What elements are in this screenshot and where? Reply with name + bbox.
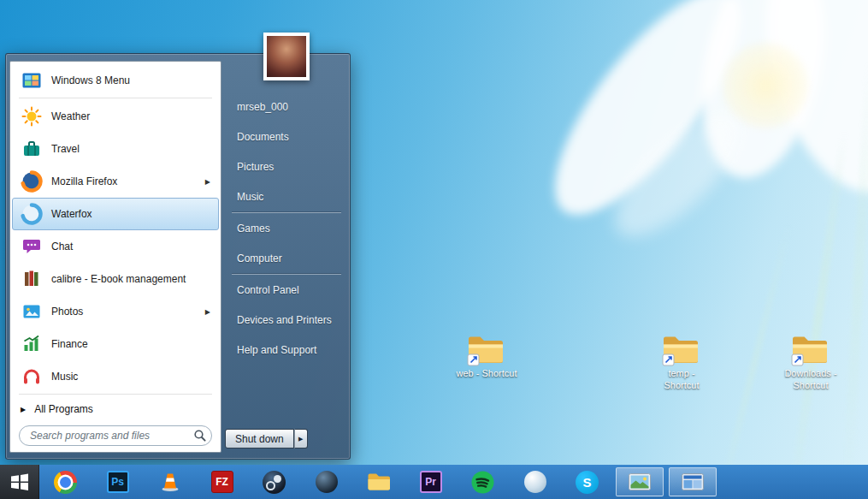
file-explorer-folder-icon [367, 472, 391, 491]
search-input[interactable] [19, 425, 212, 446]
desktop-icon-downloads-shortcut[interactable]: Downloads - Shortcut [779, 334, 842, 392]
taskbar-dark-sphere-app-button[interactable] [300, 465, 352, 499]
right-item-music[interactable]: Music [225, 181, 348, 211]
user-avatar[interactable] [263, 33, 310, 80]
taskbar-premiere-button[interactable]: Pr [404, 465, 457, 499]
desktop-icon-label: Downloads - Shortcut [779, 368, 842, 392]
right-item-games[interactable]: Games [225, 213, 348, 243]
start-menu: Windows 8 Menu Weather Travel Mozilla [5, 53, 351, 460]
taskbar-running-window-app-button[interactable] [669, 467, 717, 496]
skype-icon: S [576, 471, 599, 494]
weather-sun-icon [20, 104, 44, 128]
menu-item-mozilla-firefox[interactable]: Mozilla Firefox ▶ [12, 165, 219, 198]
menu-item-chat[interactable]: Chat [12, 230, 219, 263]
folder-shortcut-icon [661, 334, 702, 366]
desktop-icon-web-shortcut[interactable]: web - Shortcut [455, 334, 518, 380]
menu-separator [19, 98, 212, 98]
menu-item-label: Chat [51, 241, 73, 252]
all-programs-label: All Programs [34, 403, 93, 415]
menu-item-label: Waterfox [51, 208, 92, 220]
submenu-arrow-icon: ▶ [205, 178, 210, 186]
taskbar-light-sphere-app-button[interactable] [509, 465, 561, 499]
wallpaper-stem [788, 129, 848, 499]
right-item-pictures[interactable]: Pictures [225, 151, 348, 181]
menu-item-label: Mozilla Firefox [51, 175, 117, 187]
photo-viewer-icon [629, 473, 651, 490]
shutdown-options-arrow[interactable]: ▶ [294, 429, 308, 449]
menu-item-label: Photos [51, 306, 83, 318]
menu-item-windows8-menu[interactable]: Windows 8 Menu [12, 64, 219, 97]
right-item-help-and-support[interactable]: Help and Support [225, 335, 348, 365]
travel-suitcase-icon [20, 137, 44, 161]
shutdown-control: Shut down ▶ [225, 429, 308, 449]
desktop-icon-temp-shortcut[interactable]: temp - Shortcut [650, 334, 713, 392]
menu-item-travel[interactable]: Travel [12, 133, 219, 165]
chat-bubble-icon [20, 235, 44, 258]
search-row [19, 425, 212, 446]
all-programs-arrow-icon: ▶ [21, 406, 26, 413]
menu-item-label: calibre - E-book management [51, 273, 186, 285]
start-menu-right-panel: mrseb_000 Documents Pictures Music Games… [225, 92, 348, 365]
desktop-background: web - Shortcut temp - Shortcut Downloads… [0, 0, 868, 499]
menu-item-label: Travel [51, 143, 80, 155]
dark-sphere-icon [316, 471, 338, 493]
folder-shortcut-icon [466, 334, 507, 366]
taskbar-icons: Ps FZ [39, 465, 719, 499]
menu-item-finance[interactable]: Finance [12, 328, 219, 360]
premiere-icon: Pr [420, 471, 442, 493]
app-window-icon [682, 473, 704, 490]
menu-item-label: Windows 8 Menu [51, 74, 130, 86]
wallpaper-flower-center [723, 43, 808, 128]
taskbar-file-explorer-button[interactable] [352, 465, 404, 499]
menu-separator [19, 394, 212, 395]
spotify-icon [471, 471, 494, 494]
menu-item-music[interactable]: Music [12, 360, 219, 393]
submenu-arrow-icon: ▶ [205, 308, 210, 316]
shutdown-button[interactable]: Shut down [225, 429, 294, 449]
menu-item-photos[interactable]: Photos ▶ [12, 295, 219, 328]
menu-item-label: Finance [51, 338, 88, 350]
photoshop-icon: Ps [107, 471, 129, 493]
finance-chart-icon [20, 332, 44, 356]
waterfox-icon [20, 202, 44, 226]
menu-item-label: Weather [51, 110, 90, 122]
taskbar-vlc-button[interactable] [144, 465, 196, 499]
taskbar-steam-button[interactable] [248, 465, 300, 499]
taskbar-spotify-button[interactable] [457, 465, 509, 499]
start-button[interactable] [0, 465, 39, 499]
start-menu-left-panel: Windows 8 Menu Weather Travel Mozilla [9, 61, 221, 453]
taskbar-running-photo-viewer-button[interactable] [616, 467, 664, 496]
firefox-icon [20, 169, 44, 193]
vlc-cone-icon [159, 471, 181, 493]
right-item-documents[interactable]: Documents [225, 122, 348, 151]
folder-shortcut-icon [790, 334, 831, 366]
desktop-icon-label: web - Shortcut [455, 368, 518, 380]
menu-item-waterfox[interactable]: Waterfox [12, 198, 219, 230]
right-item-control-panel[interactable]: Control Panel [225, 275, 348, 305]
chrome-icon [54, 471, 77, 494]
taskbar: Ps FZ [0, 465, 868, 499]
windows8-menu-icon [20, 68, 44, 92]
steam-icon [263, 471, 286, 494]
music-headphones-icon [20, 365, 44, 389]
photos-icon [20, 300, 44, 324]
right-item-computer[interactable]: Computer [225, 243, 348, 273]
desktop-icon-label: temp - Shortcut [650, 368, 713, 392]
menu-item-weather[interactable]: Weather [12, 100, 219, 133]
taskbar-chrome-button[interactable] [39, 465, 92, 499]
filezilla-icon: FZ [211, 471, 233, 493]
light-sphere-icon [524, 471, 546, 493]
search-icon[interactable] [193, 429, 207, 443]
menu-item-calibre[interactable]: calibre - E-book management [12, 263, 219, 295]
user-name[interactable]: mrseb_000 [225, 92, 348, 122]
menu-item-label: Music [51, 371, 78, 383]
taskbar-filezilla-button[interactable]: FZ [196, 465, 248, 499]
calibre-books-icon [20, 267, 44, 291]
all-programs-item[interactable]: ▶ All Programs [10, 396, 221, 422]
taskbar-photoshop-button[interactable]: Ps [92, 465, 144, 499]
right-item-devices-and-printers[interactable]: Devices and Printers [225, 305, 348, 335]
windows-flag-icon [9, 472, 30, 492]
taskbar-skype-button[interactable]: S [561, 465, 613, 499]
user-avatar-photo [267, 36, 306, 77]
